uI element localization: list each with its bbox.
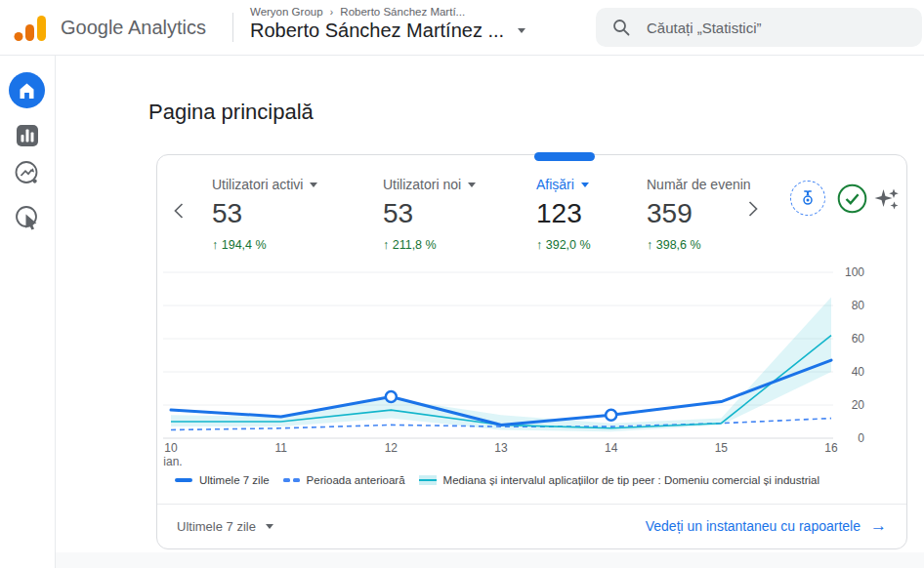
svg-text:13: 13 bbox=[494, 441, 508, 455]
legend-item-peer-median: Mediana și intervalul aplicațiilor de ti… bbox=[419, 474, 819, 486]
app-header: Google Analytics Weryon Group › Roberto … bbox=[0, 0, 924, 56]
metric-value: 53 bbox=[383, 198, 539, 229]
svg-text:12: 12 bbox=[385, 441, 399, 455]
bar-chart-icon bbox=[16, 124, 39, 147]
date-range-label: Ultimele 7 zile bbox=[177, 519, 256, 534]
chevron-down-icon bbox=[581, 183, 589, 187]
metric-dropdown[interactable]: Număr de evenin bbox=[647, 177, 762, 192]
medal-icon bbox=[798, 188, 818, 208]
sidebar-item-home[interactable] bbox=[9, 72, 45, 108]
breadcrumb[interactable]: Weryon Group › Roberto Sánchez Martí... bbox=[250, 6, 525, 18]
svg-text:40: 40 bbox=[852, 365, 865, 379]
legend-label: Ultimele 7 zile bbox=[199, 474, 270, 486]
breadcrumb-property[interactable]: Roberto Sánchez Martí... bbox=[340, 6, 465, 18]
chevron-down-icon bbox=[518, 28, 525, 33]
sidebar-item-reports[interactable] bbox=[16, 124, 39, 147]
explore-icon bbox=[13, 159, 41, 187]
svg-text:60: 60 bbox=[852, 332, 865, 345]
metric-new-users: Utilizatori noi 53 ↑ 211,8 % bbox=[383, 177, 539, 252]
metric-delta: ↑ 194,4 % bbox=[212, 238, 368, 252]
svg-text:10: 10 bbox=[164, 441, 178, 455]
breadcrumb-org[interactable]: Weryon Group bbox=[250, 6, 323, 18]
reports-snapshot-link[interactable]: Vedeți un instantaneu cu rapoartele → bbox=[646, 516, 887, 536]
google-analytics-logo[interactable]: Google Analytics bbox=[12, 13, 206, 42]
sidebar-item-explore[interactable] bbox=[13, 159, 41, 187]
account-selector[interactable]: Roberto Sánchez Martínez ... bbox=[250, 20, 525, 42]
search-icon bbox=[611, 18, 631, 37]
chevron-down-icon bbox=[266, 524, 273, 529]
data-quality-button[interactable] bbox=[837, 183, 867, 214]
metric-active-users: Utilizatori activi 53 ↑ 194,4 % bbox=[212, 177, 368, 252]
chart-legend: Ultimele 7 zile Perioada anterioară Medi… bbox=[175, 474, 819, 486]
metric-label: Utilizatori activi bbox=[212, 177, 303, 192]
metric-event-count: Număr de evenin 359 ↑ 398,6 % bbox=[647, 177, 762, 252]
legend-item-last-7-days: Ultimele 7 zile bbox=[175, 474, 270, 486]
svg-text:100: 100 bbox=[845, 265, 864, 279]
trend-line-chart: 02040608010010ian.111213141516 bbox=[157, 264, 906, 471]
ga-home-page: Google Analytics Weryon Group › Roberto … bbox=[0, 0, 924, 568]
scroll-metrics-left-button[interactable] bbox=[173, 202, 185, 220]
home-icon bbox=[9, 72, 45, 108]
svg-text:14: 14 bbox=[605, 441, 618, 455]
chevron-left-icon bbox=[173, 202, 185, 220]
svg-text:0: 0 bbox=[858, 431, 864, 445]
check-circle-icon bbox=[837, 183, 867, 214]
chevron-right-icon bbox=[747, 200, 759, 218]
breadcrumb-separator: › bbox=[326, 7, 337, 18]
arrow-right-icon: → bbox=[870, 516, 887, 536]
svg-text:20: 20 bbox=[852, 398, 865, 412]
snapshot-card: Utilizatori activi 53 ↑ 194,4 % Utilizat… bbox=[156, 154, 907, 549]
metric-label: Număr de evenin bbox=[647, 177, 751, 192]
metric-value: 53 bbox=[212, 198, 368, 229]
svg-text:ian.: ian. bbox=[163, 455, 182, 468]
svg-text:11: 11 bbox=[274, 441, 287, 455]
sidebar-nav bbox=[0, 55, 56, 568]
metric-dropdown[interactable]: Utilizatori activi bbox=[212, 177, 368, 192]
solid-line-swatch bbox=[175, 478, 192, 481]
metric-value: 359 bbox=[647, 198, 762, 229]
search-box[interactable] bbox=[596, 8, 922, 47]
svg-text:80: 80 bbox=[852, 299, 865, 312]
cursor-target-icon bbox=[14, 204, 43, 233]
legend-label: Mediana și intervalul aplicațiilor de ti… bbox=[443, 474, 819, 486]
sidebar-item-advertising[interactable] bbox=[14, 204, 43, 233]
selected-metric-indicator bbox=[534, 152, 595, 161]
background-strip bbox=[56, 552, 924, 568]
chevron-down-icon bbox=[468, 183, 476, 187]
page-title: Pagina principală bbox=[148, 100, 314, 125]
metric-label: Afișări bbox=[536, 177, 574, 192]
search-input[interactable] bbox=[645, 19, 883, 37]
svg-text:15: 15 bbox=[715, 441, 729, 455]
card-footer: Ultimele 7 zile Vedeți un instantaneu cu… bbox=[157, 504, 906, 548]
analytics-logo-icon bbox=[12, 13, 51, 42]
account-selector-label: Roberto Sánchez Martínez ... bbox=[250, 20, 504, 42]
sparkle-icon bbox=[873, 185, 901, 213]
metric-delta: ↑ 398,6 % bbox=[647, 238, 762, 252]
product-name: Google Analytics bbox=[61, 17, 206, 39]
svg-text:16: 16 bbox=[824, 441, 838, 455]
benchmarking-button[interactable] bbox=[790, 181, 825, 216]
metric-delta: ↑ 211,8 % bbox=[383, 238, 539, 252]
dashed-line-swatch bbox=[283, 478, 300, 481]
reports-snapshot-label: Vedeți un instantaneu cu rapoartele bbox=[646, 518, 861, 534]
scroll-metrics-right-button[interactable] bbox=[747, 200, 759, 218]
date-range-selector[interactable]: Ultimele 7 zile bbox=[177, 519, 273, 534]
divider bbox=[232, 13, 233, 42]
metric-label: Utilizatori noi bbox=[383, 177, 461, 192]
legend-item-previous-period: Perioada anterioară bbox=[283, 474, 405, 486]
metric-dropdown[interactable]: Utilizatori noi bbox=[383, 177, 539, 192]
insights-button[interactable] bbox=[873, 185, 901, 213]
account-block: Weryon Group › Roberto Sánchez Martí... … bbox=[250, 6, 525, 42]
chevron-down-icon bbox=[310, 183, 317, 187]
band-line-swatch bbox=[419, 475, 437, 485]
legend-label: Perioada anterioară bbox=[307, 474, 405, 486]
